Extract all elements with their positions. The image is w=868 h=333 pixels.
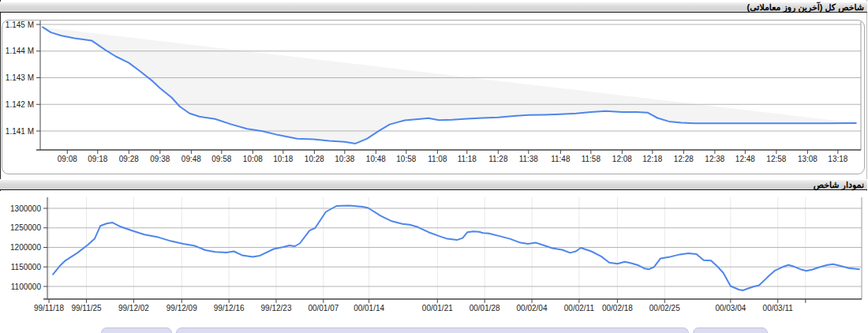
svg-text:12:58: 12:58 xyxy=(766,155,786,163)
svg-text:99/11/18: 99/11/18 xyxy=(34,304,65,312)
svg-text:12:18: 12:18 xyxy=(642,155,662,163)
svg-text:1.144 M: 1.144 M xyxy=(6,47,34,55)
svg-text:11:48: 11:48 xyxy=(551,155,571,163)
svg-text:09:48: 09:48 xyxy=(181,155,201,163)
svg-text:1150000: 1150000 xyxy=(11,263,42,271)
svg-text:11:18: 11:18 xyxy=(458,155,477,163)
intraday-index-chart[interactable]: 1.145 M1.144 M1.143 M1.142 M1.141 M09:08… xyxy=(2,21,864,172)
svg-text:00/01/07: 00/01/07 xyxy=(308,304,339,312)
svg-text:10:48: 10:48 xyxy=(366,155,386,163)
svg-text:1250000: 1250000 xyxy=(10,223,41,232)
svg-text:09:28: 09:28 xyxy=(119,155,139,163)
svg-text:00/03/11: 00/03/11 xyxy=(763,304,794,312)
svg-text:11:58: 11:58 xyxy=(582,155,601,163)
svg-text:09:18: 09:18 xyxy=(88,155,107,163)
svg-text:00/03/04: 00/03/04 xyxy=(715,304,746,312)
svg-text:00/01/28: 00/01/28 xyxy=(470,304,500,312)
range-filter-right-handle[interactable] xyxy=(693,327,768,333)
svg-text:1.142 M: 1.142 M xyxy=(6,100,34,109)
svg-text:1.145 M: 1.145 M xyxy=(6,21,34,29)
svg-text:1100000: 1100000 xyxy=(11,282,42,291)
svg-text:09:08: 09:08 xyxy=(58,155,77,163)
svg-text:99/11/25: 99/11/25 xyxy=(71,304,102,312)
svg-text:12:28: 12:28 xyxy=(674,155,694,163)
svg-text:12:08: 12:08 xyxy=(612,155,632,163)
svg-text:11:28: 11:28 xyxy=(488,155,508,163)
svg-text:00/01/14: 00/01/14 xyxy=(354,304,384,312)
svg-text:13:18: 13:18 xyxy=(828,155,847,163)
svg-text:00/02/04: 00/02/04 xyxy=(517,304,548,312)
range-filter-window[interactable] xyxy=(176,327,689,333)
svg-text:10:38: 10:38 xyxy=(335,155,354,163)
svg-text:99/12/09: 99/12/09 xyxy=(166,304,197,312)
svg-text:13:08: 13:08 xyxy=(798,155,817,163)
trading-dashboard: { "window": { "headers": [ { "title": "ش… xyxy=(0,0,868,333)
svg-text:1300000: 1300000 xyxy=(10,204,41,213)
svg-text:00/02/11: 00/02/11 xyxy=(564,304,595,312)
svg-text:1.141 M: 1.141 M xyxy=(6,127,34,136)
svg-text:00/02/18: 00/02/18 xyxy=(602,304,633,312)
history-panel-title: نمودار شاخص xyxy=(0,179,867,190)
svg-text:1.143 M: 1.143 M xyxy=(6,73,34,82)
svg-text:09:38: 09:38 xyxy=(150,155,170,163)
svg-text:09:58: 09:58 xyxy=(211,155,231,163)
svg-text:99/12/23: 99/12/23 xyxy=(261,304,292,312)
history-chart-panel: 1300000125000012000001150000110000099/11… xyxy=(0,191,867,333)
svg-text:10:28: 10:28 xyxy=(305,155,324,163)
svg-text:10:08: 10:08 xyxy=(243,155,263,163)
svg-text:00/01/21: 00/01/21 xyxy=(422,304,453,312)
svg-text:10:18: 10:18 xyxy=(273,155,293,163)
svg-text:11:08: 11:08 xyxy=(428,155,447,163)
history-index-chart[interactable]: 1300000125000012000001150000110000099/11… xyxy=(0,191,867,322)
svg-text:11:38: 11:38 xyxy=(519,155,539,163)
range-filter-left-handle[interactable] xyxy=(101,327,172,333)
svg-text:12:38: 12:38 xyxy=(705,155,724,163)
svg-text:12:48: 12:48 xyxy=(735,155,755,163)
intraday-panel-title: شاخص کل (آخرین روز معاملاتی) xyxy=(0,2,867,13)
svg-text:00/02/25: 00/02/25 xyxy=(649,304,680,312)
svg-text:99/12/02: 99/12/02 xyxy=(118,304,149,312)
svg-text:99/12/16: 99/12/16 xyxy=(214,304,245,312)
svg-text:1200000: 1200000 xyxy=(10,243,41,252)
intraday-chart-panel: 1.145 M1.144 M1.143 M1.142 M1.141 M09:08… xyxy=(2,20,865,174)
svg-text:10:58: 10:58 xyxy=(396,155,416,163)
